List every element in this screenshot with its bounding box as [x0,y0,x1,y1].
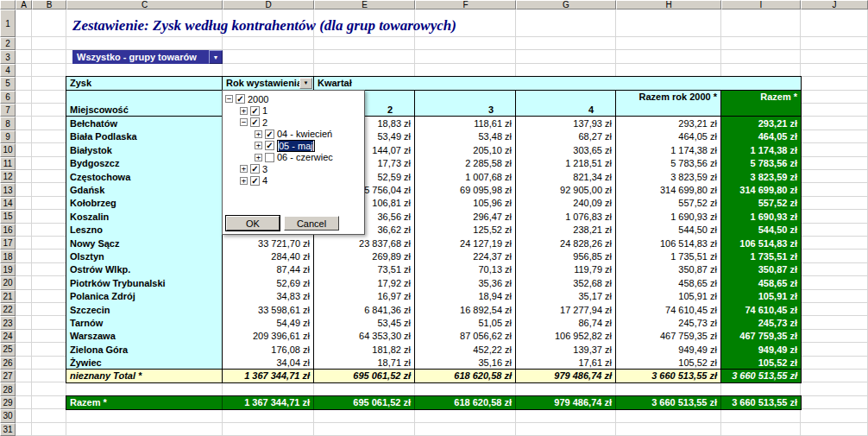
checkbox-checked-icon[interactable]: ✓ [265,130,274,139]
pivot-row-field[interactable]: Rok wystawienia▼ [223,77,314,89]
row-header-4[interactable]: 4 [0,64,16,77]
row-header-16[interactable]: 16 [0,224,16,237]
value-cell[interactable]: 6 841,36 zł [314,303,415,316]
row-header-19[interactable]: 19 [0,263,16,276]
value-cell[interactable]: 51,05 zł [415,316,516,329]
value-cell[interactable]: 24 828,26 zł [516,237,616,250]
value-cell[interactable]: 105,91 zł [721,289,801,302]
value-cell[interactable]: 35,36 zł [415,276,516,289]
tree-item-2[interactable]: −✓2 [223,117,364,129]
value-cell[interactable]: 87,44 zł [223,263,314,276]
year-total-header[interactable]: Razem rok 2000 * [616,91,721,104]
value-cell[interactable]: 467 759,35 zł [721,330,801,343]
value-cell[interactable]: 458,65 zł [616,276,721,289]
quarter-header[interactable]: 4 [516,104,616,116]
row-header-26[interactable]: 26 [0,357,16,370]
city-name[interactable]: Żywiec [66,356,223,368]
value-cell[interactable]: 1 076,83 zł [516,210,616,223]
city-name[interactable]: Bełchatów [66,117,223,130]
value-cell[interactable]: 86,74 zł [516,316,616,329]
grand-total-value[interactable]: 979 486,74 zł [516,396,616,409]
value-cell[interactable]: 949,49 zł [721,343,801,356]
city-name[interactable]: Piotrków Trybunalski [66,276,223,289]
value-cell[interactable]: 1 690,93 zł [721,210,801,223]
value-cell[interactable]: 53,45 zł [314,316,415,329]
value-cell[interactable]: 1 174,38 zł [721,143,801,156]
value-cell[interactable]: 1 174,38 zł [616,143,721,156]
row-header-1[interactable]: 1 [0,9,16,37]
checkbox-checked-icon[interactable]: ✓ [265,141,274,150]
row-header-9[interactable]: 9 [0,130,16,143]
row-header-22[interactable]: 22 [0,303,16,316]
value-cell[interactable]: 1 735,51 zł [721,250,801,262]
expand-icon[interactable]: + [240,177,248,185]
value-cell[interactable]: 119,79 zł [516,263,616,276]
pivot-header-cell[interactable] [516,91,616,104]
value-cell[interactable]: 5 783,56 zł [721,157,801,170]
unknown-total-value[interactable]: 979 486,74 zł [516,370,616,382]
value-cell[interactable]: 106 514,83 zł [616,237,721,250]
value-cell[interactable]: 284,40 zł [223,250,314,262]
checkbox-checked-icon[interactable]: ✓ [250,117,260,127]
row-header-5[interactable]: 5 [0,77,16,90]
value-cell[interactable]: 452,22 zł [415,343,516,356]
value-cell[interactable]: 293,21 zł [616,117,721,130]
row-header-13[interactable]: 13 [0,183,16,196]
grand-total-value[interactable]: 3 660 513,55 zł [616,396,721,409]
unknown-total-value[interactable]: 3 660 513,55 zł [721,370,801,382]
tree-item-2000[interactable]: −✓2000 [223,93,364,105]
tree-item-4[interactable]: +✓4 [223,175,364,187]
grand-total-value[interactable]: 1 367 344,71 zł [223,396,314,409]
value-cell[interactable]: 557,52 zł [616,197,721,210]
pivot-header-cell[interactable] [415,91,516,104]
row-header-14[interactable]: 14 [0,197,16,210]
value-cell[interactable]: 87 056,62 zł [415,330,516,343]
pivot-header-cell[interactable] [616,104,721,116]
value-cell[interactable]: 238,21 zł [516,223,616,236]
value-cell[interactable]: 544,50 zł [721,223,801,236]
city-name[interactable]: Olsztyn [66,250,223,262]
city-name[interactable]: Szczecin [66,303,223,316]
row-header-11[interactable]: 11 [0,157,16,170]
ok-button[interactable]: OK [226,216,280,231]
value-cell[interactable]: 209 396,61 zł [223,330,314,343]
value-cell[interactable]: 544,50 zł [616,223,721,236]
value-cell[interactable]: 74 610,45 zł [721,303,801,316]
value-cell[interactable]: 464,05 zł [721,130,801,143]
value-cell[interactable]: 296,47 zł [415,210,516,223]
checkbox-checked-icon[interactable]: ✓ [250,106,260,116]
value-cell[interactable]: 64 353,30 zł [314,330,415,343]
tree-item-06---czerwiec[interactable]: +06 - czerwiec [223,152,364,164]
row-header-21[interactable]: 21 [0,290,16,303]
row-header-6[interactable]: 6 [0,91,16,104]
value-cell[interactable]: 118,61 zł [415,117,516,130]
row-field-dropdown-arrow-icon[interactable]: ▼ [299,78,312,88]
value-cell[interactable]: 17,92 zł [314,276,415,289]
quarter-header[interactable]: 3 [415,104,516,116]
city-name[interactable]: Tarnów [66,316,223,329]
row-header-3[interactable]: 3 [0,50,16,63]
value-cell[interactable]: 34,04 zł [223,356,314,368]
tree-item-04---kwiecień[interactable]: +✓04 - kwiecień [223,129,364,141]
expand-icon[interactable]: + [255,130,262,138]
row-header-20[interactable]: 20 [0,276,16,289]
row-header-17[interactable]: 17 [0,237,16,250]
value-cell[interactable]: 458,65 zł [721,276,801,289]
value-cell[interactable]: 949,49 zł [616,343,721,356]
value-cell[interactable]: 464,05 zł [616,130,721,143]
row-header-28[interactable]: 28 [0,382,16,395]
unknown-total-value[interactable]: 3 660 513,55 zł [616,370,721,382]
tree-label-edit-box[interactable]: 05 - maj [277,140,315,152]
value-cell[interactable]: 105,91 zł [616,289,721,302]
value-cell[interactable]: 1 007,68 zł [415,170,516,183]
value-cell[interactable]: 34,83 zł [223,289,314,302]
row-header-15[interactable]: 15 [0,210,16,223]
value-cell[interactable]: 106 952,82 zł [516,330,616,343]
group-filter-dropdown[interactable]: Wszystko - grupy towarów ▼ [72,50,223,64]
value-cell[interactable]: 125,52 zł [415,223,516,236]
value-cell[interactable]: 105,96 zł [415,197,516,210]
value-cell[interactable]: 1 735,51 zł [616,250,721,262]
value-cell[interactable]: 18,71 zł [314,356,415,368]
value-cell[interactable]: 293,21 zł [721,117,801,130]
value-cell[interactable]: 33 598,61 zł [223,303,314,316]
